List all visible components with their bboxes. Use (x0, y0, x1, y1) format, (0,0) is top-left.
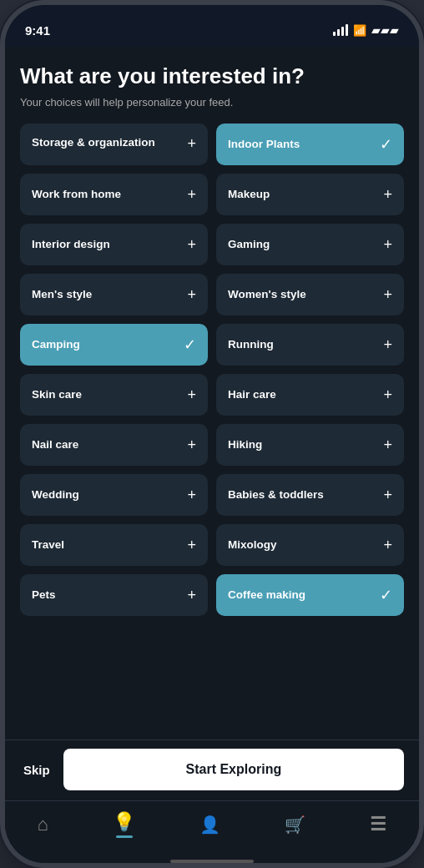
main-scroll: What are you interested in? Your choices… (5, 47, 419, 739)
category-item-coffee-making[interactable]: Coffee making✓ (216, 574, 404, 616)
nav-account[interactable]: 👤 (189, 811, 230, 838)
category-item-babies-toddlers[interactable]: Babies & toddlers+ (216, 474, 404, 516)
category-item-hiking[interactable]: Hiking+ (216, 424, 404, 466)
category-label-gaming: Gaming (228, 237, 376, 252)
categories-grid: Storage & organization+Indoor Plants✓Wor… (20, 124, 404, 616)
category-item-storage[interactable]: Storage & organization+ (20, 124, 208, 165)
category-label-mens-style: Men's style (32, 287, 180, 302)
category-label-hair-care: Hair care (228, 387, 376, 402)
battery-icon: ▰▰▰ (371, 23, 399, 37)
page-title: What are you interested in? (20, 63, 404, 89)
category-item-indoor-plants[interactable]: Indoor Plants✓ (216, 124, 404, 165)
nav-active-indicator (116, 835, 133, 838)
category-label-camping: Camping (32, 337, 177, 352)
menu-icon: ☰ (370, 814, 386, 835)
plus-icon: + (187, 286, 196, 304)
category-label-nail-care: Nail care (32, 437, 180, 452)
checkmark-icon: ✓ (184, 336, 196, 354)
category-item-makeup[interactable]: Makeup+ (216, 174, 404, 215)
category-label-indoor-plants: Indoor Plants (228, 137, 373, 152)
category-label-running: Running (228, 337, 376, 352)
action-row: Skip Start Exploring (20, 749, 404, 790)
plus-icon: + (187, 236, 196, 254)
category-item-work-from-home[interactable]: Work from home+ (20, 174, 208, 215)
screen-content: What are you interested in? Your choices… (5, 47, 419, 863)
category-label-hiking: Hiking (228, 437, 376, 452)
plus-icon: + (383, 286, 392, 304)
status-icons: 📶 ▰▰▰ (333, 23, 399, 37)
home-indicator (170, 860, 254, 863)
status-bar: 9:41 📶 ▰▰▰ (5, 5, 419, 47)
category-item-travel[interactable]: Travel+ (20, 524, 208, 566)
category-label-pets: Pets (32, 588, 180, 603)
nav-home[interactable]: ⌂ (28, 810, 58, 839)
category-item-womens-style[interactable]: Women's style+ (216, 274, 404, 315)
nav-explore[interactable]: 💡 (103, 808, 145, 841)
page-subtitle: Your choices will help personalize your … (20, 96, 404, 108)
category-item-mixology[interactable]: Mixology+ (216, 524, 404, 566)
category-label-work-from-home: Work from home (32, 187, 180, 202)
plus-icon: + (383, 386, 392, 404)
plus-icon: + (383, 437, 392, 454)
plus-icon: + (383, 186, 392, 204)
category-label-storage: Storage & organization (32, 135, 180, 150)
category-item-gaming[interactable]: Gaming+ (216, 224, 404, 265)
category-item-camping[interactable]: Camping✓ (20, 324, 208, 366)
notch (158, 5, 266, 28)
category-label-skin-care: Skin care (32, 387, 180, 402)
checkmark-icon: ✓ (380, 135, 392, 154)
plus-icon: + (383, 537, 392, 554)
category-item-hair-care[interactable]: Hair care+ (216, 374, 404, 416)
phone-frame: 9:41 📶 ▰▰▰ What are you interested in? Y… (0, 0, 424, 868)
category-label-mixology: Mixology (228, 537, 376, 553)
signal-icon (333, 24, 348, 36)
home-icon: ⌂ (38, 814, 48, 835)
category-item-skin-care[interactable]: Skin care+ (20, 374, 208, 416)
category-label-womens-style: Women's style (228, 287, 376, 302)
plus-icon: + (187, 437, 196, 454)
account-icon: 👤 (199, 815, 220, 835)
category-item-running[interactable]: Running+ (216, 324, 404, 366)
plus-icon: + (187, 487, 196, 504)
plus-icon: + (383, 487, 392, 504)
plus-icon: + (187, 135, 196, 153)
plus-icon: + (187, 537, 196, 554)
cart-icon: 🛒 (285, 815, 305, 835)
nav-menu[interactable]: ☰ (360, 810, 396, 839)
category-item-pets[interactable]: Pets+ (20, 574, 208, 616)
wifi-icon: 📶 (353, 24, 366, 37)
checkmark-icon: ✓ (380, 586, 392, 604)
plus-icon: + (187, 587, 196, 604)
plus-icon: + (383, 336, 392, 354)
status-time: 9:41 (25, 23, 50, 38)
skip-button[interactable]: Skip (20, 756, 53, 784)
category-item-interior-design[interactable]: Interior design+ (20, 224, 208, 265)
bottom-bar: Skip Start Exploring (5, 739, 419, 800)
category-label-coffee-making: Coffee making (228, 588, 373, 603)
category-item-wedding[interactable]: Wedding+ (20, 474, 208, 516)
plus-icon: + (187, 186, 196, 204)
category-label-travel: Travel (32, 537, 180, 553)
category-label-wedding: Wedding (32, 487, 180, 502)
nav-cart[interactable]: 🛒 (275, 811, 315, 838)
category-item-nail-care[interactable]: Nail care+ (20, 424, 208, 466)
start-exploring-button[interactable]: Start Exploring (63, 749, 404, 790)
category-item-mens-style[interactable]: Men's style+ (20, 274, 208, 315)
nav-bar: ⌂ 💡 👤 🛒 ☰ (5, 800, 419, 855)
category-label-makeup: Makeup (228, 187, 376, 202)
plus-icon: + (187, 386, 196, 404)
category-label-babies-toddlers: Babies & toddlers (228, 487, 376, 502)
explore-icon: 💡 (113, 811, 135, 833)
plus-icon: + (383, 236, 392, 254)
category-label-interior-design: Interior design (32, 237, 180, 252)
